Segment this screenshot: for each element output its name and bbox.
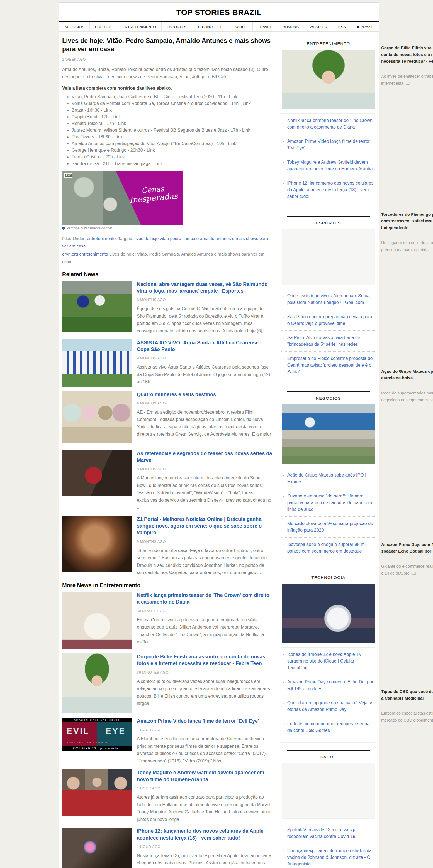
related-excerpt: AE - Em sua edição de novembro/dezembro,…	[137, 409, 272, 446]
more-news-item: iPhone 12: lançamento dos novos celulare…	[62, 828, 272, 868]
related-title[interactable]: Z1 Portal - Melhores Noticias Online | D…	[137, 516, 272, 536]
sidebar-link[interactable]: ›Sá Pinto: Alvo do Vasco vira tema de "b…	[282, 331, 375, 351]
sidebar-link[interactable]: ›Amazon Prime Video lança filme de terro…	[282, 134, 375, 155]
right-rail-article-title[interactable]: Torcedores do Flamengo p com 'carrasco' …	[381, 211, 433, 231]
nav-item-rss[interactable]: RSS	[333, 22, 351, 31]
schedule-item: Teresa Cristina - 20h - Link	[71, 154, 272, 160]
right-rail-article-excerpt: Um jogador tem deixado a torc preocupada…	[381, 240, 433, 254]
more-news-heading: More News in Entretenimento	[62, 582, 272, 589]
placeholder-image[interactable]	[282, 763, 375, 819]
sidebar-section-entretenimento: ENTRETENIMENTO ›Netflix lança primeiro t…	[282, 37, 375, 209]
sidebar-link[interactable]: ›Suzano e empresa "do bem™" firmam parce…	[282, 489, 375, 517]
sidebar-link[interactable]: ›Netflix lança primeiro teaser de 'The C…	[282, 114, 375, 134]
nav-item-travel[interactable]: TRAVEL	[253, 22, 278, 31]
right-rail-article-title[interactable]: Tipos de CBD que você de a Cannabis Medi…	[381, 688, 433, 702]
the-crown-thumbnail[interactable]	[62, 592, 132, 649]
sidebar-link[interactable]: ›Ação do Grupo Mateus sobe após IPO | Ex…	[282, 468, 375, 489]
site-title: TOP STORIES BRAZIL	[59, 2, 379, 22]
related-title[interactable]: ASSISTA AO VIVO: Água Santa x Atlético C…	[137, 339, 272, 353]
related-title[interactable]: Quatro mulheres e seus destinos	[137, 391, 272, 398]
echo-dot-image[interactable]	[282, 584, 375, 643]
category-link[interactable]: entretenimento.	[87, 236, 117, 241]
right-rail-article: Ação do Grupo Mateus op estreia na bolsa…	[381, 368, 433, 404]
sidebar-link[interactable]: ›Ícones do iPhone 12 e nova Apple TV sur…	[282, 648, 375, 675]
chevron-right-icon: ›	[283, 520, 284, 534]
more-excerpt: A cantora já falou diversas vezes sobre …	[137, 678, 272, 707]
sidebar-section-saude: SAUDE ›Sputnik V: mais de 12 mil russos …	[282, 750, 375, 868]
sidebar-link[interactable]: ›Tobey Maguire e Andrew Garfield devem a…	[282, 155, 375, 176]
schedule-list: Vitão, Pedro Sampaio, João Guilherme e B…	[71, 94, 272, 167]
sidebar-section-title: ESPORTES	[282, 217, 375, 229]
nav-item-saude[interactable]: SAUDE	[229, 22, 253, 31]
video-caption[interactable]: Participe publicamente do chat	[62, 226, 272, 230]
sidebar-link[interactable]: ›Quer dar um upgrade na sua casa? Veja a…	[282, 696, 375, 717]
little-women-thumbnail[interactable]	[62, 391, 132, 443]
sidebar-section-negocios: NEGOCIOS ›Ação do Grupo Mateus sobe após…	[282, 392, 375, 563]
related-news-item: Z1 Portal - Melhores Noticias Online | D…	[62, 516, 272, 577]
sidebar-link[interactable]: ›Mercado eleva pela 9ª semana projeção d…	[282, 517, 375, 537]
right-rail-article-title[interactable]: Corpo de Billie Eilish vira a conta de n…	[381, 44, 433, 65]
sidebar-link[interactable]: ›Amazon Prime Day começou: Echo Dot por …	[282, 675, 375, 696]
more-timestamp: 36 MINUTES AGO	[137, 670, 272, 675]
billie-eilish-thumbnail[interactable]	[62, 653, 132, 713]
related-timestamp: 8 MONTHS AGO	[137, 467, 272, 471]
poster-word-eye: EYE	[106, 726, 126, 736]
chevron-right-icon: ›	[283, 472, 284, 485]
wandavision-thumbnail[interactable]	[62, 450, 132, 496]
sidebar-section-technologia: TECHNOLOGIA ›Ícones do iPhone 12 e nova …	[282, 571, 375, 743]
related-excerpt: Assista ao vivo Água Santa e Atlético Ce…	[137, 364, 272, 386]
section-link[interactable]: entretenimento	[79, 252, 108, 256]
more-title[interactable]: iPhone 12: lançamento dos novos celulare…	[137, 828, 272, 841]
chevron-right-icon: ›	[283, 827, 284, 840]
related-title[interactable]: As referências e segredos do teaser das …	[137, 450, 272, 464]
placeholder-image[interactable]	[282, 229, 375, 285]
team-huddle-thumbnail[interactable]	[62, 339, 132, 387]
nav-item-rumors[interactable]: RUMORS	[277, 22, 304, 31]
related-excerpt: É jogo de seis gols na Colina! O Naciona…	[137, 305, 272, 335]
sidebar-link[interactable]: ›iPhone 12: lançamento dos novos celular…	[282, 176, 375, 204]
sidebar-link[interactable]: ›Fortnite: como mudar ou recuperar senha…	[282, 717, 375, 738]
video-embed[interactable]: RW Cenas Inesperadas	[62, 171, 182, 225]
sidebar-link[interactable]: ›Ibovespa sobe e chega e superar 98 mil …	[282, 537, 375, 558]
evil-eye-poster-thumbnail[interactable]: AMAZON ORIGINAL MOVIE EVIL EYE TRUST YOU…	[62, 718, 132, 751]
sidebar-link[interactable]: ›Onde assistir ao vivo a Alemanha x Suíç…	[282, 289, 375, 310]
spiderman-actors-thumbnail[interactable]	[62, 769, 132, 816]
related-news-item: Quatro mulheres e seus destinos 9 MONTHS…	[62, 391, 272, 446]
soccer-match-thumbnail[interactable]	[62, 281, 132, 332]
nav-item-weather[interactable]: WEATHER	[304, 22, 333, 31]
main-column: Lives de hoje: Vitão, Pedro Sampaio, Arn…	[59, 32, 278, 868]
sidebar-section-title: ENTRETENIMENTO	[282, 37, 375, 50]
related-title[interactable]: Nacional abre vantagem duas vezes, vê Sã…	[137, 281, 272, 294]
more-title[interactable]: Tobey Maguire e Andrew Garfield devem ap…	[137, 769, 272, 783]
billie-eilish-image[interactable]	[282, 50, 375, 110]
dracula-thumbnail[interactable]	[62, 516, 132, 571]
nav-item-politics[interactable]: POLITICS	[90, 22, 117, 31]
nav-item-brazil[interactable]: BRAZIL	[351, 22, 379, 31]
schedule-item: Renato Teixeira - 17h - Link	[71, 120, 272, 127]
chevron-right-icon: ›	[283, 138, 284, 151]
nav-item-entretenimento[interactable]: ENTRETENIMENTO	[117, 22, 161, 31]
sidebar-link[interactable]: ›Doença inexplicada interrompe estudos d…	[282, 844, 375, 868]
related-timestamp: 9 MONTHS AGO	[137, 401, 272, 405]
schedule-item: Rappin'Hood - 17h - Link	[71, 114, 272, 120]
supermarket-aerial-image[interactable]	[282, 404, 375, 464]
chevron-right-icon: ›	[283, 355, 284, 375]
iphone-thumbnail[interactable]	[62, 828, 132, 868]
main-nav: NEGOCIOS POLITICS ENTRETENIMENTO ESPORTE…	[59, 22, 379, 32]
more-title[interactable]: Netflix lança primeiro teaser de 'The Cr…	[137, 592, 272, 606]
site-link[interactable]: grvn.org	[62, 252, 78, 256]
more-excerpt: A Blumhouse Production é uma produtora d…	[137, 735, 272, 765]
nav-item-negocios[interactable]: NEGOCIOS	[59, 22, 90, 31]
sidebar-link[interactable]: ›Empresário de Pipico confirma proposta …	[282, 351, 375, 379]
nav-item-technologia[interactable]: TECHNOLOGIA	[192, 22, 229, 31]
more-title[interactable]: Amazon Prime Video lança filme de terror…	[137, 718, 272, 724]
more-timestamp: 1 HOUR AGO	[137, 845, 272, 849]
sidebar-link[interactable]: ›São Paulo encerra preparação e viaja pa…	[282, 310, 375, 331]
sidebar-link[interactable]: ›Sputnik V: mais de 12 mil russos já rec…	[282, 823, 375, 844]
nav-item-esportes[interactable]: ESPORTES	[162, 22, 192, 31]
more-title[interactable]: Corpo de Billie Eilish vira assunto por …	[137, 653, 272, 667]
chevron-right-icon: ›	[283, 541, 284, 555]
right-rail-article-title[interactable]: Ação do Grupo Mateus op estreia na bolsa	[381, 368, 433, 381]
right-rail-article-title[interactable]: Amazon Prime Day: com 4 speaker Echo Dot…	[381, 541, 433, 555]
more-excerpt: Emma Corrin viverá a princesa na quarta …	[137, 616, 272, 646]
